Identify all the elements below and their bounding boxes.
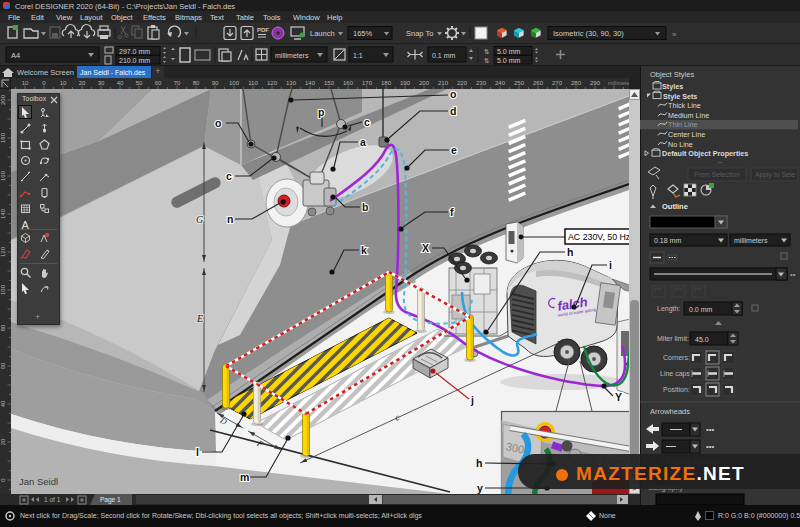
svg-text:1:1: 1:1 [353,52,363,59]
svg-text:40: 40 [0,400,6,407]
svg-text:260: 260 [533,80,544,86]
svg-text:100: 100 [229,80,240,86]
svg-text:⇅: ⇅ [484,48,490,55]
svg-text:k: k [361,244,367,256]
svg-text:AC 230V, 50 Hz: AC 230V, 50 Hz [568,232,629,242]
svg-text:millimeters: millimeters [275,52,309,59]
svg-text:Center Line: Center Line [668,130,705,139]
svg-text:Thick Line: Thick Line [668,101,701,110]
svg-text:m: m [240,471,249,483]
svg-text:170: 170 [362,80,373,86]
svg-text:60: 60 [0,362,6,369]
svg-text:A4: A4 [11,51,20,60]
svg-text:p: p [318,106,324,118]
svg-text:Snap To: Snap To [406,29,433,38]
svg-text:180: 180 [0,132,6,143]
svg-text:297.0 mm: 297.0 mm [119,48,150,55]
svg-text:1 of 1: 1 of 1 [44,496,61,503]
svg-text:40: 40 [117,80,124,86]
svg-text:160: 160 [343,80,354,86]
svg-text:•••: ••• [706,442,715,451]
svg-text:140: 140 [305,80,316,86]
svg-text:Default Object Properties: Default Object Properties [662,149,748,158]
svg-text:millimeters: millimeters [608,80,629,86]
svg-text:100: 100 [0,284,6,295]
svg-text:Y: Y [615,391,622,403]
svg-text:Length:: Length: [657,305,680,313]
svg-text:90: 90 [212,80,219,86]
svg-text:130: 130 [286,80,297,86]
svg-text:From Selection: From Selection [694,171,740,178]
svg-text:Corners:: Corners: [663,354,690,361]
svg-text:45.0: 45.0 [695,336,709,343]
svg-text:140: 140 [0,208,6,219]
svg-text:Miter limit:: Miter limit: [657,335,689,342]
svg-text:j: j [470,394,474,406]
svg-text:165%: 165% [353,29,373,38]
svg-text:80: 80 [0,324,6,331]
svg-text:30: 30 [98,80,105,86]
svg-text:Page 1: Page 1 [100,496,121,504]
svg-text:e: e [451,144,457,156]
svg-text:280: 280 [571,80,582,86]
svg-text:190: 190 [400,80,411,86]
svg-text:X: X [422,242,429,254]
svg-text:Style Sets: Style Sets [663,92,697,101]
svg-text:210.0 mm: 210.0 mm [119,57,150,64]
svg-text:Isometric (30, 90, 30): Isometric (30, 90, 30) [553,29,624,38]
svg-text:210: 210 [438,80,449,86]
svg-text:millimeters: millimeters [734,237,768,244]
svg-text:Apply to Sele: Apply to Sele [755,171,795,179]
svg-text:0.0 mm: 0.0 mm [689,306,713,313]
svg-text:»: » [672,30,677,39]
svg-text:i: i [609,259,612,271]
svg-text:⇅: ⇅ [484,57,490,64]
svg-text:150: 150 [324,80,335,86]
svg-text:Jan Seidl: Jan Seidl [19,476,58,487]
svg-text:0.18 mm: 0.18 mm [654,237,681,244]
svg-text:0.1 mm: 0.1 mm [432,52,456,59]
svg-text:d: d [450,105,456,117]
svg-text:230: 230 [476,80,487,86]
svg-text:Medium Line: Medium Line [668,111,709,120]
svg-text:200: 200 [0,94,6,105]
svg-text:Thin Line: Thin Line [668,120,698,129]
svg-text:n: n [227,213,233,225]
svg-text:o: o [215,117,221,129]
svg-text:200: 200 [419,80,430,86]
svg-text:20: 20 [79,80,86,86]
svg-text:Launch: Launch [310,29,335,38]
svg-text:70: 70 [174,80,181,86]
svg-text:120: 120 [267,80,278,86]
svg-text:c: c [226,170,232,182]
svg-text:f: f [450,206,454,218]
svg-text:20: 20 [0,438,6,445]
svg-text:120: 120 [0,246,6,257]
svg-text:290: 290 [590,80,601,86]
svg-text:y: y [477,482,483,494]
svg-text:5.0 mm: 5.0 mm [497,57,521,64]
svg-text:h: h [567,246,573,258]
svg-text:E: E [196,313,203,324]
svg-text:160: 160 [0,170,6,181]
svg-text:h: h [476,457,482,469]
svg-text:180: 180 [381,80,392,86]
svg-text:Line caps:: Line caps: [660,370,692,378]
svg-text:5.0 mm: 5.0 mm [497,48,521,55]
svg-text:Styles: Styles [662,82,683,91]
svg-text:b: b [362,201,368,213]
svg-text:60: 60 [155,80,162,86]
svg-text:a: a [360,136,366,148]
svg-text:o: o [450,89,456,100]
svg-text:l: l [196,446,199,458]
svg-text:220: 220 [457,80,468,86]
svg-text:110: 110 [248,80,258,86]
svg-text:–: – [718,158,722,165]
svg-text:250: 250 [514,80,525,86]
svg-text:••: •• [790,270,796,279]
svg-text:PDF: PDF [257,27,269,33]
svg-text:10: 10 [22,80,29,86]
svg-text:240: 240 [495,80,506,86]
svg-text:c: c [364,116,370,128]
svg-text:•••: ••• [706,425,715,434]
